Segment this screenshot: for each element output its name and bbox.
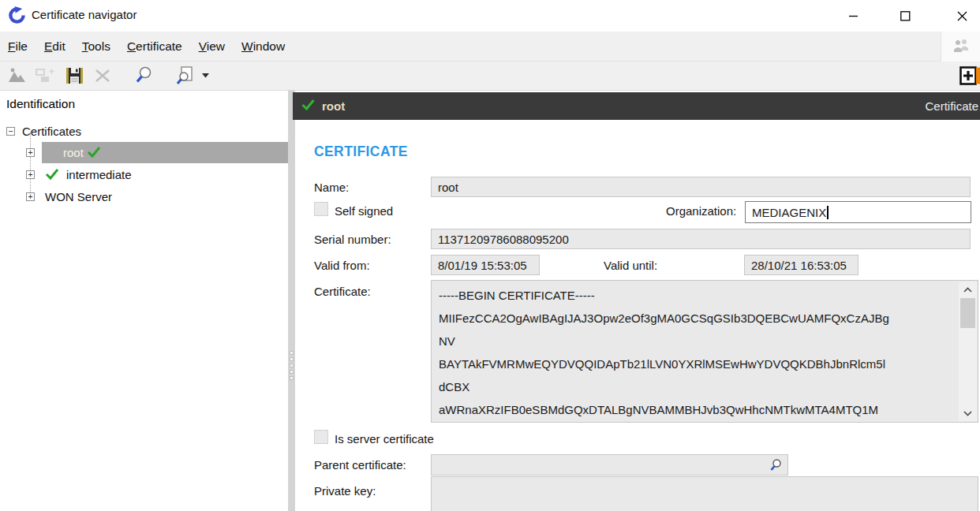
menu-tools[interactable]: Tools	[82, 39, 110, 54]
scroll-up-icon[interactable]	[959, 282, 977, 297]
certificate-textarea[interactable]: -----BEGIN CERTIFICATE----- MIIFezCCA2Og…	[431, 280, 978, 423]
toolbar	[0, 62, 980, 91]
serial-number-label: Serial number:	[314, 233, 391, 246]
menu-bar: File Edit Tools Certificate View Window	[0, 32, 980, 62]
private-key-label: Private key:	[314, 484, 376, 498]
picture-icon[interactable]	[5, 64, 30, 88]
certificate-label: Certificate:	[314, 285, 371, 298]
certificate-form: CERTIFICATE Name: root Self signed Organ…	[295, 120, 980, 511]
certificate-text: -----BEGIN CERTIFICATE----- MIIFezCCA2Og…	[432, 281, 957, 422]
self-signed-label: Self signed	[335, 204, 393, 218]
tree-node-root[interactable]: root	[0, 142, 288, 163]
is-server-checkbox[interactable]	[314, 430, 328, 444]
minimize-button[interactable]	[836, 0, 872, 32]
valid-until-field[interactable]: 28/10/21 16:53:05	[744, 255, 858, 275]
tree-node-won-server[interactable]: WON Server	[0, 186, 288, 207]
text-cursor	[827, 206, 829, 219]
private-key-field[interactable]	[431, 476, 978, 511]
scroll-down-icon[interactable]	[959, 405, 977, 421]
tree-node-intermediate[interactable]: intermediate	[0, 164, 288, 185]
tree-node-certificates[interactable]: Certificates	[0, 121, 288, 142]
parent-certificate-field[interactable]	[431, 454, 788, 476]
tree-selection: root	[42, 142, 288, 163]
menu-window[interactable]: Window	[241, 39, 285, 54]
sidebar-header: Identification	[6, 97, 75, 111]
valid-check-icon	[301, 99, 316, 114]
expand-icon[interactable]	[26, 192, 35, 201]
name-label: Name:	[314, 181, 349, 194]
expand-icon[interactable]	[26, 148, 35, 157]
menu-certificate[interactable]: Certificate	[127, 39, 182, 54]
save-icon[interactable]	[62, 64, 87, 88]
is-server-label: Is server certificate	[335, 432, 434, 446]
panel-title: root	[322, 99, 345, 113]
serial-number-field[interactable]: 11371209786088095200	[431, 229, 971, 249]
delete-icon[interactable]	[90, 64, 115, 88]
close-button[interactable]	[944, 0, 980, 32]
panel-header: root Certificate	[293, 92, 980, 120]
group-icon	[941, 32, 980, 62]
maximize-button[interactable]	[887, 0, 923, 32]
valid-until-label: Valid until:	[604, 259, 657, 272]
name-field[interactable]: root	[431, 177, 971, 197]
valid-from-field[interactable]: 8/01/19 15:53:05	[431, 255, 540, 275]
expand-icon[interactable]	[26, 170, 35, 179]
panel-splitter[interactable]	[288, 91, 295, 511]
splitter-grip-icon	[290, 351, 294, 382]
organization-label: Organization:	[666, 204, 736, 218]
search-dropdown-caret-icon[interactable]	[200, 64, 210, 88]
vertical-scrollbar[interactable]	[959, 282, 977, 421]
main-area: Identification Certificates root	[0, 91, 980, 511]
parent-certificate-label: Parent certificate:	[314, 458, 406, 472]
detail-panel: root Certificate CERTIFICATE Name: root …	[295, 91, 980, 511]
search-icon[interactable]	[131, 64, 156, 88]
certificates-pair-icon[interactable]	[33, 64, 58, 88]
window-title: Certificate navigator	[32, 8, 137, 21]
search-document-icon[interactable]	[172, 64, 197, 88]
scrollbar-thumb[interactable]	[960, 298, 975, 328]
collapse-icon[interactable]	[6, 127, 15, 136]
menu-edit[interactable]: Edit	[44, 39, 65, 54]
app-icon	[8, 6, 26, 24]
valid-check-icon	[87, 146, 101, 161]
panel-type-label: Certificate	[925, 99, 978, 113]
menu-file[interactable]: File	[8, 39, 28, 54]
identification-sidebar: Identification Certificates root	[0, 91, 288, 511]
organization-field[interactable]: MEDIAGENIX	[745, 201, 971, 223]
section-title: CERTIFICATE	[314, 144, 408, 160]
valid-check-icon	[45, 168, 59, 183]
lookup-magnifier-icon[interactable]	[769, 458, 783, 472]
menu-view[interactable]: View	[199, 39, 225, 54]
title-bar: Certificate navigator	[0, 0, 980, 32]
add-panel-icon[interactable]	[959, 65, 980, 87]
self-signed-checkbox[interactable]	[314, 202, 328, 216]
valid-from-label: Valid from:	[314, 259, 370, 272]
